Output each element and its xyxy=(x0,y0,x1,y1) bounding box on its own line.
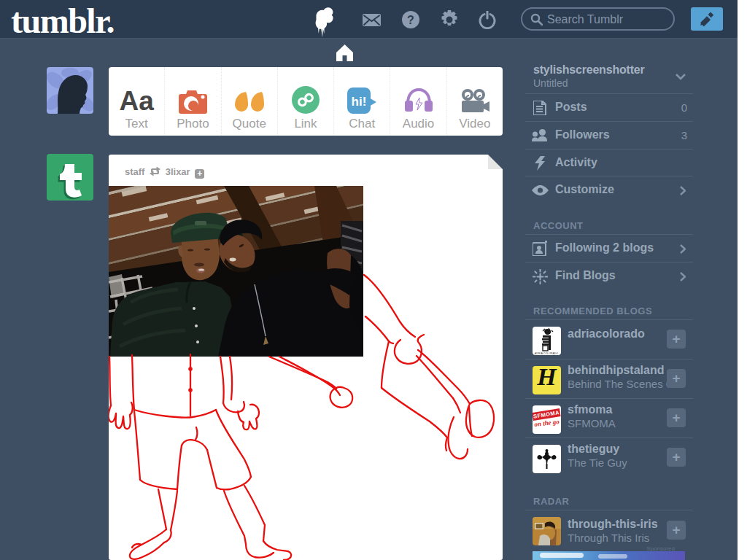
svg-text:?: ? xyxy=(407,14,414,26)
svg-text:hi!: hi! xyxy=(352,95,367,109)
svg-text:ADRIA COLORADO: ADRIA COLORADO xyxy=(535,352,559,355)
